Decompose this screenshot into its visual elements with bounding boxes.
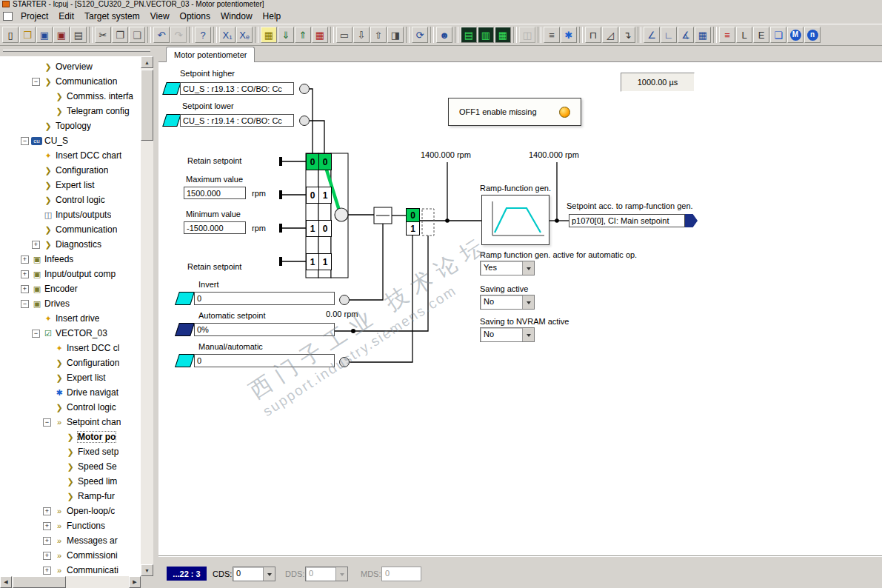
tree-expand-commissioni[interactable]: + (43, 552, 51, 560)
menu-window[interactable]: Window (216, 10, 258, 23)
new-project-button[interactable]: ▯ (2, 27, 19, 43)
trace-function-3-button[interactable]: ▦ (495, 27, 511, 43)
limit-monitor-button[interactable]: ≡ (719, 27, 735, 43)
invert-field[interactable]: 0 (194, 292, 335, 305)
scroll-up-button[interactable]: ▲ (141, 56, 153, 68)
menu-help[interactable]: Help (258, 10, 287, 23)
tree-item-expert-list[interactable]: ❯Expert list (0, 178, 141, 193)
saving-active-dropdown[interactable]: No (480, 295, 535, 310)
archive-project-button[interactable]: ▣ (53, 27, 70, 43)
tree-expand-diagnostics[interactable]: + (32, 241, 40, 249)
context-help-button[interactable]: ? (195, 27, 211, 43)
tree-expand-vector-03[interactable]: − (32, 330, 40, 338)
scroll-left-button[interactable]: ◀ (0, 576, 12, 588)
tree-vertical-scrollbar[interactable]: ▲ ▼ (141, 56, 153, 576)
characteristic-2-button[interactable]: ∟ (661, 27, 677, 43)
tree-item-messages-ar[interactable]: +»Messages ar (0, 533, 141, 548)
setpoint-higher-connector[interactable] (300, 84, 310, 94)
automatic-setpoint-field[interactable]: 0% (194, 323, 335, 336)
main-setpoint-target-field[interactable]: p1070[0], CI: Main setpoint (569, 214, 685, 227)
tree-item-configuration[interactable]: ❯Configuration (0, 163, 141, 178)
tree-item-control-logic[interactable]: ❯Control logic (0, 193, 141, 207)
tree-item-setpoint-chan[interactable]: −»Setpoint chan (0, 415, 141, 430)
vertical-scroll-thumb[interactable] (141, 70, 153, 141)
menu-edit[interactable]: Edit (53, 10, 79, 23)
tree-item-communication[interactable]: ❯Communication (0, 222, 141, 237)
tree-item-vector-03[interactable]: −☑VECTOR_03 (0, 326, 141, 341)
tree-item-configuration[interactable]: ❯Configuration (0, 355, 141, 370)
tree-expand-functions[interactable]: + (43, 522, 51, 530)
tree-item-motor-po[interactable]: ❯Motor po (0, 430, 141, 444)
nvram-active-dropdown[interactable]: No (480, 327, 535, 342)
expert-list-xe-button[interactable]: Xₑ (236, 27, 253, 43)
tree-item-communication[interactable]: −❯Communication (0, 74, 141, 89)
print-button[interactable]: ▤ (70, 27, 87, 43)
tree-expand-communication[interactable]: − (32, 78, 40, 86)
tree-expand-open-loop-c[interactable]: + (43, 507, 51, 515)
tree-item-functions[interactable]: +»Functions (0, 518, 141, 533)
tree-item-drive-navigat[interactable]: ✱Drive navigat (0, 385, 141, 400)
dropdown-arrow-icon[interactable] (263, 567, 275, 581)
tab-motor-potentiometer[interactable]: Motor potentiometer (166, 47, 255, 62)
tree-item-ramp-fur[interactable]: ❯Ramp-fur (0, 489, 141, 504)
device-configuration-button[interactable]: ◨ (387, 27, 404, 43)
tree-item-fixed-setp[interactable]: ❯Fixed setp (0, 444, 141, 459)
expert-list-x1-button[interactable]: X₁ (219, 27, 235, 43)
minimum-value-field[interactable]: -1500.000 (184, 221, 246, 234)
setpoint-higher-source-field[interactable]: CU_S : r19.13 : CO/BO: Cc (180, 82, 294, 95)
characteristic-3-button[interactable]: ∡ (678, 27, 694, 43)
tree-expand-communicati[interactable]: + (43, 567, 51, 575)
tree-item-diagnostics[interactable]: +❯Diagnostics (0, 237, 141, 252)
parameter-list-button[interactable]: ≡ (544, 27, 560, 43)
jump-block-button[interactable]: ↴ (619, 27, 635, 43)
ramp-function-generator[interactable] (481, 195, 549, 245)
setpoint-lower-source-field[interactable]: CU_S : r19.14 : CO/BO: Cc (180, 114, 294, 127)
tree-expand-encoder[interactable]: + (21, 285, 29, 293)
menu-project[interactable]: Project (16, 10, 53, 23)
accessible-nodes-button[interactable]: ▦ (261, 27, 277, 43)
tree-item-encoder[interactable]: +▣Encoder (0, 281, 141, 296)
cut-button[interactable]: ✂ (95, 27, 111, 43)
download-ram-button[interactable]: ⇩ (353, 27, 370, 43)
tree-item-telegram-config[interactable]: ❯Telegram config (0, 104, 141, 118)
tree-item-cu-s[interactable]: −cuCU_S (0, 133, 141, 148)
control-priority-button[interactable]: ☻ (436, 27, 452, 43)
trace-function-1-button[interactable]: ▤ (461, 27, 477, 43)
copy-button[interactable]: ❐ (112, 27, 128, 43)
scroll-right-button[interactable]: ▶ (129, 576, 141, 588)
document-icon[interactable] (3, 12, 13, 21)
ramp-block-button[interactable]: ◿ (602, 27, 618, 43)
manual-automatic-field[interactable]: 0 (194, 354, 335, 367)
tree-horizontal-scrollbar[interactable]: ◀ ▶ (0, 576, 141, 588)
rfg-active-dropdown[interactable]: Yes (480, 261, 535, 275)
tree-expand-infeeds[interactable]: + (21, 255, 29, 264)
panel-splitter[interactable] (153, 46, 158, 588)
tree-item-speed-se[interactable]: ❯Speed Se (0, 459, 141, 474)
selector-output-connector[interactable] (335, 208, 348, 221)
tree-item-communicati[interactable]: +»Communicati (0, 563, 141, 576)
download-to-target-button[interactable]: ⇓ (278, 27, 294, 43)
save-project-button[interactable]: ▣ (36, 27, 53, 43)
tree-item-insert-dcc-chart[interactable]: ✦Insert DCC chart (0, 148, 141, 163)
manual-automatic-connector[interactable] (340, 358, 350, 367)
invert-connector[interactable] (340, 295, 350, 305)
tree-item-inputs-outputs[interactable]: ◫Inputs/outputs (0, 207, 141, 222)
fixed-values-button[interactable]: ▦ (695, 27, 711, 43)
menu-options[interactable]: Options (175, 10, 216, 23)
tree-expand-setpoint-chan[interactable]: − (43, 418, 51, 427)
monitor-overview-button[interactable]: ▭ (336, 27, 353, 43)
maximum-value-field[interactable]: 1500.000 (184, 187, 246, 199)
sidebar-splitter[interactable] (0, 46, 153, 56)
scroll-down-button[interactable]: ▼ (141, 564, 153, 576)
tree-item-expert-list[interactable]: ❯Expert list (0, 370, 141, 385)
reload-values-button[interactable]: ⟳ (412, 27, 428, 43)
motor-data-button[interactable]: M (787, 27, 804, 43)
e-block-button[interactable]: E (753, 27, 769, 43)
tree-item-open-loop-c[interactable]: +»Open-loop/c (0, 504, 141, 518)
drive-navigator-button[interactable]: ✱ (561, 27, 577, 43)
limiter-block-button[interactable]: ⊓ (585, 27, 601, 43)
cds-dropdown[interactable]: 0 (233, 567, 275, 581)
tree-item-insert-drive[interactable]: ✦Insert drive (0, 311, 141, 326)
tree-item-speed-lim[interactable]: ❯Speed lim (0, 474, 141, 489)
speed-data-button[interactable]: n (804, 27, 821, 43)
